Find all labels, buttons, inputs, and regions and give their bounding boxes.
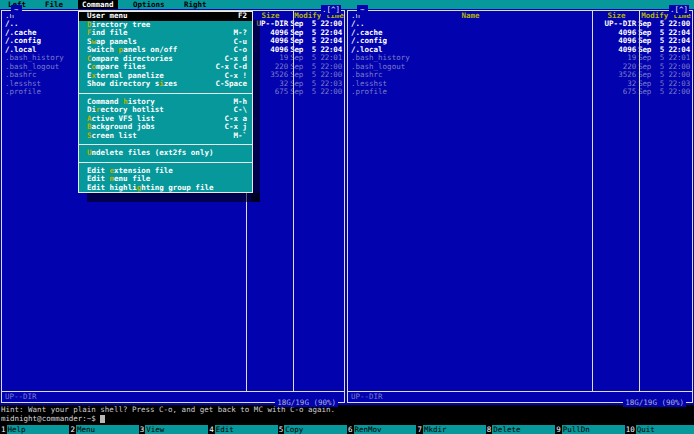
menu-separator	[79, 140, 252, 149]
free-space-indicator-left: 18G/19G (90%)	[275, 398, 338, 407]
panel-path-left: ~	[11, 5, 22, 15]
panel-history-button-right[interactable]: .[^]	[669, 5, 689, 15]
hotkey-letter: U	[87, 148, 92, 157]
file-panel-right: ~ .[^] 18G/19G (90%) .n Name Size Modify…	[347, 10, 693, 403]
column-header-size[interactable]: Size	[593, 11, 640, 20]
command-dropdown-menu: User menuF2Directory treeFind fileM-?Swa…	[78, 11, 253, 193]
menubar-item-options[interactable]: Options	[129, 0, 169, 9]
column-separator	[592, 11, 593, 391]
fkey-menu-button[interactable]: 2Menu	[69, 425, 138, 434]
menu-item-undelete-files-ext2fs-only[interactable]: Undelete files (ext2fs only)	[79, 149, 252, 158]
hotkey-letter: i	[159, 79, 164, 88]
file-list-right: /..UP--DIRSep 5 22:00/.cache4096Sep 5 22…	[348, 20, 692, 391]
cursor-block	[100, 415, 105, 423]
file-size: 675	[590, 88, 638, 97]
fkey-renmov-button[interactable]: 6RenMov	[347, 425, 416, 434]
panel-path-right: ~	[357, 5, 368, 15]
menu-item-label: Undelete files (ext2fs only)	[87, 149, 247, 158]
fkey-help-button[interactable]: 1Help	[0, 425, 69, 434]
mc-terminal-screen: LeftFileCommandOptionsRight ~ .[^] 18G/1…	[0, 0, 694, 434]
fkey-label: RenMov	[354, 425, 417, 434]
column-separator	[639, 11, 640, 391]
menu-item-label: Screen list	[87, 132, 233, 141]
menu-item-shortcut: F2	[238, 12, 247, 21]
hotkey-letter: g	[137, 183, 142, 192]
file-name: /.local	[348, 46, 590, 55]
function-key-bar: 1Help2Menu3View4Edit5Copy6RenMov7Mkdir8D…	[0, 425, 694, 434]
menu-item-label: Edit highlighting group file	[87, 184, 247, 193]
fkey-label: Menu	[76, 425, 139, 434]
file-name: /..	[348, 20, 590, 29]
menu-shadow	[87, 193, 260, 202]
fkey-label: Quit	[636, 425, 694, 434]
fkey-quit-button[interactable]: 10Quit	[625, 425, 694, 434]
fkey-label: Copy	[284, 425, 347, 434]
menu-item-shortcut: C-Space	[215, 80, 247, 89]
file-row[interactable]: .profile675Sep 5 22:00	[348, 88, 692, 97]
fkey-label: Edit	[215, 425, 278, 434]
column-header-name[interactable]: Name	[348, 11, 593, 20]
file-name: .profile	[348, 88, 590, 97]
column-separator	[293, 11, 294, 391]
file-mtime: Sep 5 22:00	[638, 88, 692, 97]
file-name: .bash_logout	[348, 63, 590, 72]
menubar-item-file[interactable]: File	[41, 0, 67, 9]
fkey-label: PullDn	[562, 425, 625, 434]
file-name: /.config	[348, 37, 590, 46]
menu-item-screen-list[interactable]: Screen listM-`	[79, 132, 252, 141]
menu-separator	[79, 89, 252, 98]
menu-item-label: Show directory sizes	[87, 80, 215, 89]
fkey-label: Help	[7, 425, 70, 434]
menu-bar: LeftFileCommandOptionsRight	[0, 0, 694, 9]
menu-separator	[79, 158, 252, 167]
menu-item-edit-highlighting-group-file[interactable]: Edit highlighting group file	[79, 184, 252, 193]
shell-prompt: midnight@commander:~$	[1, 414, 96, 423]
hotkey-letter: S	[87, 131, 92, 140]
file-name: /.cache	[348, 29, 590, 38]
file-name: .bashrc	[348, 71, 590, 80]
fkey-mkdir-button[interactable]: 7Mkdir	[416, 425, 485, 434]
fkey-copy-button[interactable]: 5Copy	[278, 425, 347, 434]
fkey-number: 10	[625, 425, 636, 434]
hotkey-letter: r	[96, 105, 101, 114]
column-header-size[interactable]: Size	[247, 11, 294, 20]
file-mtime: Sep 5 22:00	[290, 88, 344, 97]
fkey-label: Delete	[492, 425, 555, 434]
menubar-item-right[interactable]: Right	[180, 0, 211, 9]
menu-item-shortcut: M-`	[233, 132, 247, 141]
hotkey-letter: p	[119, 45, 124, 54]
free-space-indicator-right: 18G/19G (90%)	[623, 398, 686, 407]
menubar-item-command[interactable]: Command	[78, 0, 118, 9]
panel-history-button-left[interactable]: .[^]	[321, 5, 341, 15]
command-input[interactable]: midnight@commander:~$	[1, 415, 105, 424]
menu-item-show-directory-sizes[interactable]: Show directory sizesC-Space	[79, 80, 252, 89]
fkey-label: Mkdir	[423, 425, 486, 434]
fkey-label: View	[145, 425, 208, 434]
fkey-delete-button[interactable]: 8Delete	[486, 425, 555, 434]
fkey-pulldn-button[interactable]: 9PullDn	[555, 425, 624, 434]
fkey-edit-button[interactable]: 4Edit	[208, 425, 277, 434]
hotkey-letter: m	[110, 174, 115, 183]
file-name: .lesshst	[348, 80, 590, 89]
file-name: .bash_history	[348, 54, 590, 63]
fkey-view-button[interactable]: 3View	[139, 425, 208, 434]
